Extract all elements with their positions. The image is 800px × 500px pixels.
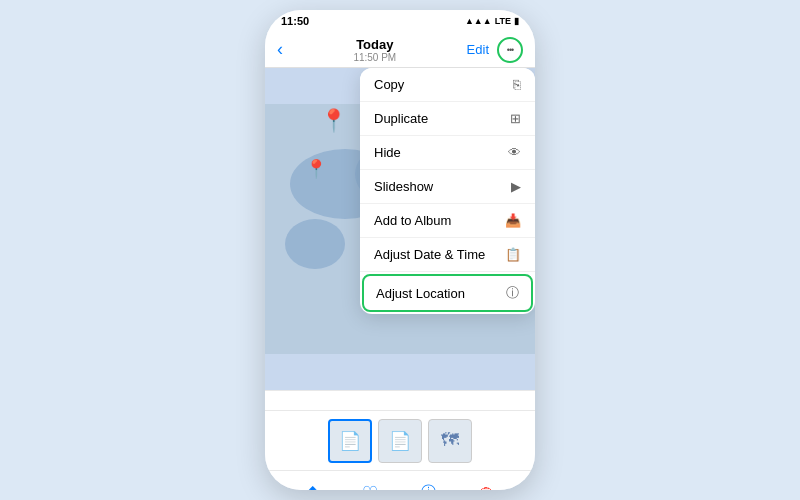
menu-item-adjust-location[interactable]: Adjust Locationⓘ bbox=[362, 274, 533, 312]
dropdown-menu: Copy⎘Duplicate⊞Hide👁Slideshow▶Add to Alb… bbox=[360, 68, 535, 314]
menu-item-label: Duplicate bbox=[374, 111, 428, 126]
status-bar: 11:50 ▲▲▲ LTE ▮ bbox=[265, 10, 535, 32]
action-toolbar: ⬆ ♡ ⓘ 🗑 bbox=[265, 470, 535, 490]
map-pin-3: 📍 bbox=[305, 158, 327, 180]
thumb-icon-2: 📄 bbox=[379, 420, 421, 462]
status-icons: ▲▲▲ LTE ▮ bbox=[465, 16, 519, 26]
thumbnail-bar: 📄 📄 🗺 bbox=[265, 410, 535, 470]
main-content: 📍 📍 📍 📍 📍 Copy⎘Duplicate⊞Hide👁Slideshow▶… bbox=[265, 68, 535, 390]
thumbnail-3[interactable]: 🗺 bbox=[428, 419, 472, 463]
svg-point-4 bbox=[285, 219, 345, 269]
nav-title-text: Today bbox=[353, 37, 396, 52]
menu-item-icon: ▶ bbox=[511, 179, 521, 194]
menu-item-icon: ⊞ bbox=[510, 111, 521, 126]
nav-actions: Edit ••• bbox=[467, 37, 523, 63]
bottom-strip bbox=[265, 390, 535, 410]
menu-item-duplicate[interactable]: Duplicate⊞ bbox=[360, 102, 535, 136]
menu-item-copy[interactable]: Copy⎘ bbox=[360, 68, 535, 102]
menu-item-icon: 👁 bbox=[508, 145, 521, 160]
menu-item-add-to-album[interactable]: Add to Album📥 bbox=[360, 204, 535, 238]
menu-item-icon: 📥 bbox=[505, 213, 521, 228]
menu-item-label: Add to Album bbox=[374, 213, 451, 228]
status-time: 11:50 bbox=[281, 15, 309, 27]
thumb-icon-3: 🗺 bbox=[429, 420, 471, 462]
favorite-button[interactable]: ♡ bbox=[362, 482, 378, 491]
signal-icon: ▲▲▲ bbox=[465, 16, 492, 26]
battery-icon: ▮ bbox=[514, 16, 519, 26]
menu-item-label: Adjust Location bbox=[376, 286, 465, 301]
nav-subtitle-text: 11:50 PM bbox=[353, 52, 396, 63]
edit-button[interactable]: Edit bbox=[467, 42, 489, 57]
menu-item-hide[interactable]: Hide👁 bbox=[360, 136, 535, 170]
menu-item-label: Slideshow bbox=[374, 179, 433, 194]
thumb-icon-1: 📄 bbox=[330, 421, 370, 461]
lte-badge: LTE bbox=[495, 16, 511, 26]
menu-item-label: Adjust Date & Time bbox=[374, 247, 485, 262]
nav-bar: ‹ Today 11:50 PM Edit ••• bbox=[265, 32, 535, 68]
menu-item-icon: 📋 bbox=[505, 247, 521, 262]
menu-item-slideshow[interactable]: Slideshow▶ bbox=[360, 170, 535, 204]
info-button[interactable]: ⓘ bbox=[421, 483, 436, 490]
thumbnail-1[interactable]: 📄 bbox=[328, 419, 372, 463]
map-pin-1: 📍 bbox=[320, 108, 347, 134]
delete-button[interactable]: 🗑 bbox=[479, 484, 494, 490]
share-button[interactable]: ⬆ bbox=[306, 483, 319, 490]
thumbnail-2[interactable]: 📄 bbox=[378, 419, 422, 463]
ellipsis-icon: ••• bbox=[507, 45, 513, 55]
menu-button[interactable]: ••• bbox=[497, 37, 523, 63]
menu-item-label: Hide bbox=[374, 145, 401, 160]
nav-title: Today 11:50 PM bbox=[353, 37, 396, 63]
menu-item-icon: ⎘ bbox=[513, 77, 521, 92]
phone-frame: 11:50 ▲▲▲ LTE ▮ ‹ Today 11:50 PM Edit ••… bbox=[265, 10, 535, 490]
menu-item-adjust-date-&-time[interactable]: Adjust Date & Time📋 bbox=[360, 238, 535, 272]
menu-item-icon: ⓘ bbox=[506, 284, 519, 302]
back-button[interactable]: ‹ bbox=[277, 39, 283, 60]
menu-item-label: Copy bbox=[374, 77, 404, 92]
